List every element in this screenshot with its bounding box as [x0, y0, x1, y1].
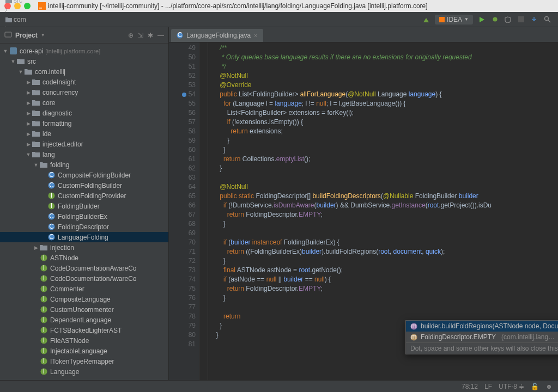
svg-text:m: m	[411, 323, 417, 330]
svg-text:I: I	[50, 203, 52, 210]
coverage-button[interactable]	[504, 15, 512, 24]
tree-item-diagnostic[interactable]: ▶diagnostic	[0, 108, 168, 118]
fold-column[interactable]	[199, 42, 208, 380]
svg-text:I: I	[43, 306, 44, 313]
svg-text:C: C	[49, 234, 54, 241]
titlebar: intellij-community [~/intellij-community…	[0, 0, 558, 12]
completion-item[interactable]: mbuilder.buildFoldRegions(ASTNode node, …	[406, 321, 558, 332]
tree-item-lang[interactable]: ▼lang	[0, 149, 168, 160]
tree-item-injection[interactable]: ▶injection	[0, 242, 168, 253]
tree-item-FoldingDescriptor[interactable]: CFoldingDescriptor	[0, 222, 168, 232]
tree-item-src[interactable]: ▼src	[0, 56, 168, 66]
svg-text:C: C	[49, 213, 54, 220]
svg-text:I: I	[43, 337, 44, 344]
tree-item-InjectableLanguage[interactable]: IInjectableLanguage	[0, 346, 168, 356]
inspection-icon[interactable]: ☻	[545, 383, 553, 390]
tree-item-CodeDocumentationAwareCo[interactable]: ICodeDocumentationAwareCo	[0, 263, 168, 273]
run-button[interactable]	[477, 15, 486, 24]
search-icon[interactable]	[543, 15, 551, 24]
tree-item-codeInsight[interactable]: ▶codeInsight	[0, 77, 168, 87]
tree-item-Language[interactable]: ILanguage	[0, 366, 168, 377]
status-bar: 78:12 LF UTF-8 ≑ 🔓 ☻	[0, 380, 558, 392]
gutter[interactable]: 4950515253545556575859606162636465666768…	[169, 42, 199, 380]
svg-text:I: I	[50, 192, 52, 199]
svg-point-6	[544, 17, 548, 21]
tab-languagefolding[interactable]: C LanguageFolding.java ×	[171, 29, 263, 42]
tree-item-formatting[interactable]: ▶formatting	[0, 118, 168, 128]
build-icon[interactable]	[422, 15, 430, 24]
debug-button[interactable]	[490, 15, 499, 24]
tree-item-injected.editor[interactable]: ▶injected.editor	[0, 139, 168, 149]
tree-item-CustomFoldingProvider[interactable]: ICustomFoldingProvider	[0, 191, 168, 201]
tree-item-FCTSBackedLighterAST[interactable]: IFCTSBackedLighterAST	[0, 325, 168, 335]
tree-item-concurrency[interactable]: ▶concurrency	[0, 87, 168, 97]
hide-tool-icon[interactable]: —	[157, 32, 164, 39]
svg-text:I: I	[43, 285, 44, 292]
svg-text:C: C	[49, 171, 54, 179]
tree-item-CustomFoldingBuilder[interactable]: CCustomFoldingBuilder	[0, 180, 168, 191]
close-icon[interactable]: ×	[254, 32, 257, 39]
collapse-all-icon[interactable]: ⇲	[138, 32, 143, 39]
svg-rect-3	[439, 17, 445, 22]
editor-tabs: C LanguageFolding.java ×	[169, 27, 558, 42]
tree-item-CodeDocumentationAwareCo[interactable]: ICodeDocumentationAwareCo	[0, 273, 168, 284]
svg-text:I: I	[43, 358, 44, 365]
tree-item-DependentLanguage[interactable]: IDependentLanguage	[0, 315, 168, 325]
breadcrumb-src[interactable]: src	[3, 0, 66, 5]
svg-rect-9	[10, 47, 17, 54]
tree-item-folding[interactable]: ▼folding	[0, 160, 168, 170]
tree-item-ASTNode[interactable]: IASTNode	[0, 253, 168, 263]
svg-text:I: I	[43, 296, 44, 303]
tool-window-icon	[4, 30, 12, 40]
svg-text:I: I	[43, 254, 44, 261]
project-tool-window: Project ▼ ⊕ ⇲ ✱ — ▼core-api[intellij.pla…	[0, 27, 169, 380]
tree-item-FoldingBuilderEx[interactable]: CFoldingBuilderEx	[0, 211, 168, 222]
line-separator[interactable]: LF	[484, 383, 492, 390]
svg-text:I: I	[43, 368, 44, 375]
vcs-update-icon[interactable]	[530, 15, 538, 24]
svg-text:C: C	[49, 223, 54, 230]
file-encoding[interactable]: UTF-8 ≑	[499, 383, 524, 390]
svg-text:C: C	[178, 32, 183, 39]
svg-text:I: I	[43, 275, 44, 282]
navigation-bar: intellij-community〉platform〉core-api〉src…	[0, 12, 558, 27]
project-tree[interactable]: ▼core-api[intellij.platform.core]▼src▼co…	[0, 44, 168, 380]
svg-point-4	[493, 17, 497, 22]
project-tool-title: Project	[15, 32, 38, 39]
breadcrumb-com[interactable]: com	[3, 15, 66, 24]
svg-text:m: m	[411, 334, 417, 341]
caret-position[interactable]: 78:12	[462, 383, 478, 390]
stop-button[interactable]	[517, 15, 525, 24]
svg-text:C: C	[49, 182, 54, 189]
tree-item-ide[interactable]: ▶ide	[0, 128, 168, 139]
svg-text:I: I	[43, 347, 44, 354]
window-title: intellij-community [~/intellij-community…	[48, 2, 428, 10]
svg-line-7	[548, 20, 550, 22]
code-editor[interactable]: 4950515253545556575859606162636465666768…	[169, 42, 558, 380]
gear-icon[interactable]: ✱	[148, 32, 153, 39]
completion-popup[interactable]: mbuilder.buildFoldRegions(ASTNode node, …	[405, 320, 558, 354]
tree-item-Commenter[interactable]: ICommenter	[0, 284, 168, 294]
svg-text:I: I	[43, 327, 44, 334]
svg-text:I: I	[43, 316, 44, 323]
completion-hint: Dot, space and some other keys will also…	[406, 342, 558, 354]
tree-item-ITokenTypeRemapper[interactable]: IITokenTypeRemapper	[0, 356, 168, 366]
completion-item[interactable]: mFoldingDescriptor.EMPTY(com.intellij.la…	[406, 332, 558, 342]
tree-item-LanguageFolding[interactable]: CLanguageFolding	[0, 232, 168, 242]
run-config-selector[interactable]: IDEA ▼	[435, 15, 473, 24]
tree-item-CompositeFoldingBuilder[interactable]: CCompositeFoldingBuilder	[0, 170, 168, 180]
svg-text:I: I	[43, 265, 44, 272]
scroll-from-source-icon[interactable]: ⊕	[128, 32, 134, 39]
svg-rect-5	[518, 16, 524, 22]
tree-item-core-api[interactable]: ▼core-api[intellij.platform.core]	[0, 46, 168, 56]
tree-item-com.intellij[interactable]: ▼com.intellij	[0, 66, 168, 77]
tree-item-FileASTNode[interactable]: IFileASTNode	[0, 335, 168, 346]
tree-item-FoldingBuilder[interactable]: IFoldingBuilder	[0, 201, 168, 211]
tree-item-CompositeLanguage[interactable]: ICompositeLanguage	[0, 294, 168, 304]
tree-item-CustomUncommenter[interactable]: ICustomUncommenter	[0, 304, 168, 315]
readonly-icon[interactable]: 🔓	[531, 383, 539, 390]
svg-rect-8	[5, 32, 11, 37]
tree-item-core[interactable]: ▶core	[0, 97, 168, 108]
